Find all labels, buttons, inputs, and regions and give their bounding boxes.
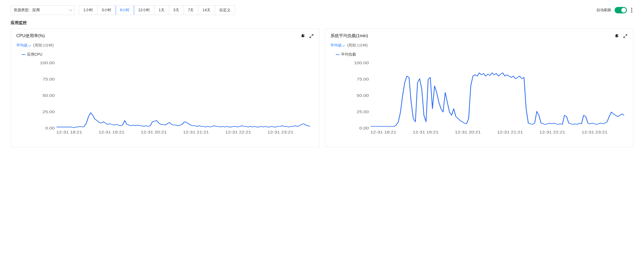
panels-container: CPU使用率(%) 平均值 (周期:1分钟) 应用CPU 100.0075.00… [11,29,633,147]
time-tab[interactable]: 1天 [154,6,169,15]
chart-area: 100.0075.0050.0025.000.00 12-31 18:2112-… [330,60,628,140]
time-tab[interactable]: 14天 [198,6,215,15]
panel-icons [614,34,628,39]
auto-refresh-toggle[interactable] [615,7,627,13]
aggregation-select[interactable]: 平均值 [330,43,345,48]
time-tab[interactable]: 3小时 [97,6,116,15]
svg-text:100.00: 100.00 [354,61,369,65]
legend-color-icon [22,54,25,55]
svg-text:12-31 23:21: 12-31 23:21 [581,130,607,134]
aggregation-row: 平均值 (周期:1分钟) [330,43,628,48]
svg-text:100.00: 100.00 [40,61,55,65]
svg-text:12-31 18:21: 12-31 18:21 [56,130,82,134]
svg-text:12-31 19:21: 12-31 19:21 [99,130,124,134]
chart-legend: 应用CPU [16,52,314,57]
alert-icon[interactable] [300,34,305,39]
time-tab[interactable]: 1小时 [79,6,97,15]
svg-text:12-31 22:21: 12-31 22:21 [225,130,251,134]
time-tab[interactable]: 3天 [169,6,184,15]
legend-label: 平均负载 [341,52,356,57]
period-text: (周期:1分钟) [33,43,54,48]
section-title: 应用监控 [11,20,633,25]
chart-panel: CPU使用率(%) 平均值 (周期:1分钟) 应用CPU 100.0075.00… [11,29,319,147]
chevron-down-icon [342,44,345,47]
chart: 100.0075.0050.0025.000.00 12-31 18:2112-… [32,60,314,134]
time-range-tabs: 1小时3小时6小时12小时1天3天7天14天自定义 [79,5,235,15]
svg-text:12-31 19:21: 12-31 19:21 [412,130,438,134]
svg-text:12-31 20:21: 12-31 20:21 [455,130,481,134]
time-tab[interactable]: 6小时 [116,5,134,15]
resource-type-value: 应用 [32,8,69,13]
aggregation-row: 平均值 (周期:1分钟) [16,43,314,48]
expand-icon[interactable] [623,34,628,39]
panel-header: CPU使用率(%) [16,33,314,39]
top-bar: 资源类型: 应用 1小时3小时6小时12小时1天3天7天14天自定义 自动刷新 [11,5,633,15]
panel-header: 系统平均负载(1min) [330,33,628,39]
legend-color-icon [336,54,339,55]
svg-text:12-31 23:21: 12-31 23:21 [267,130,293,134]
resource-type-label: 资源类型: [14,8,30,13]
time-tab[interactable]: 自定义 [215,6,235,15]
svg-text:75.00: 75.00 [42,77,54,81]
svg-text:12-31 20:21: 12-31 20:21 [141,130,167,134]
chevron-down-icon [28,44,31,47]
alert-icon[interactable] [614,34,619,39]
chart-panel: 系统平均负载(1min) 平均值 (周期:1分钟) 平均负载 100.0075.… [325,29,634,147]
svg-text:12-31 22:21: 12-31 22:21 [539,130,565,134]
svg-text:12-31 21:21: 12-31 21:21 [497,130,523,134]
expand-icon[interactable] [309,34,314,39]
panel-title: 系统平均负载(1min) [330,33,615,39]
panel-title: CPU使用率(%) [16,33,300,39]
more-menu-icon[interactable] [630,7,633,14]
chevron-down-icon [69,8,72,12]
top-right-controls: 自动刷新 [596,7,633,14]
panel-icons [300,34,314,39]
period-text: (周期:1分钟) [347,43,368,48]
chart: 100.0075.0050.0025.000.00 12-31 18:2112-… [346,60,628,134]
svg-text:25.00: 25.00 [357,110,369,114]
time-tab[interactable]: 7天 [184,6,198,15]
resource-type-select[interactable]: 资源类型: 应用 [11,5,75,15]
svg-text:75.00: 75.00 [357,77,369,81]
svg-text:0.00: 0.00 [359,126,369,130]
aggregation-select[interactable]: 平均值 [16,43,30,48]
time-tab[interactable]: 12小时 [134,6,154,15]
legend-label: 应用CPU [27,52,42,57]
auto-refresh-label: 自动刷新 [596,8,611,13]
svg-text:25.00: 25.00 [42,110,54,114]
chart-area: 100.0075.0050.0025.000.00 12-31 18:2112-… [16,60,314,140]
svg-text:12-31 21:21: 12-31 21:21 [183,130,209,134]
svg-text:0.00: 0.00 [45,126,54,130]
svg-text:50.00: 50.00 [42,93,54,97]
chart-legend: 平均负载 [330,52,628,57]
svg-text:50.00: 50.00 [357,93,369,97]
svg-text:12-31 18:21: 12-31 18:21 [370,130,396,134]
